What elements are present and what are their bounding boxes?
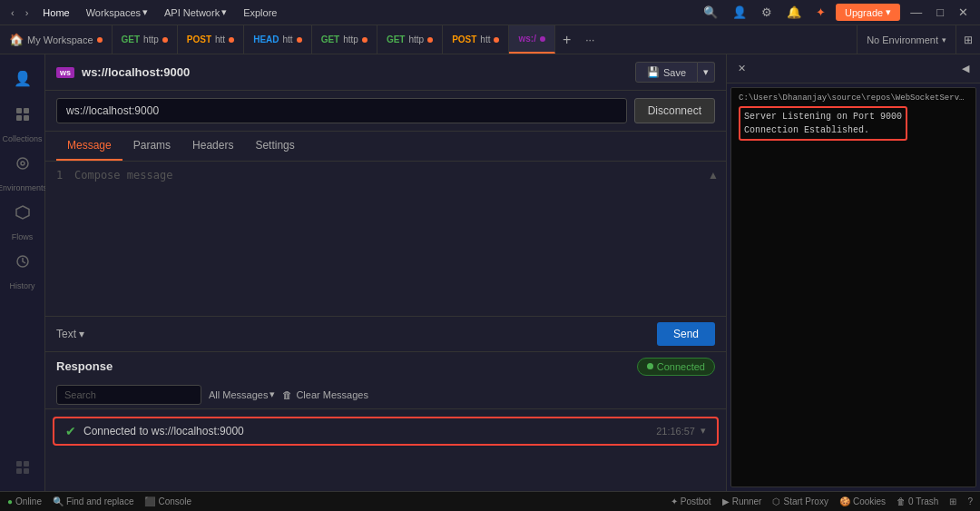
- svg-rect-8: [16, 461, 22, 467]
- environments-label: Environments: [0, 183, 47, 192]
- sidebar-icon-user[interactable]: 👤: [6, 62, 39, 94]
- status-layout[interactable]: ⊞: [949, 496, 956, 506]
- right-panel-top: ✕ ◀: [727, 54, 980, 84]
- collections-label: Collections: [2, 134, 42, 143]
- add-tab-btn[interactable]: +: [555, 25, 578, 54]
- nav-explore[interactable]: Explore: [238, 5, 282, 20]
- sidebar-icon-flows[interactable]: [6, 196, 39, 229]
- right-panel-close[interactable]: ✕: [734, 61, 750, 76]
- tab-head1[interactable]: HEAD htt: [244, 25, 311, 54]
- svg-rect-0: [16, 108, 22, 113]
- status-console[interactable]: ⬛ Console: [144, 496, 191, 506]
- save-dropdown-btn[interactable]: ▾: [698, 62, 715, 83]
- nav-home[interactable]: Home: [37, 5, 74, 20]
- sub-tabs: Message Params Headers Settings: [45, 132, 726, 162]
- status-trash[interactable]: 🗑 0 Trash: [897, 496, 938, 506]
- status-cookies[interactable]: 🍪 Cookies: [839, 496, 886, 506]
- search-input[interactable]: [56, 385, 201, 405]
- check-icon: ✔: [65, 424, 76, 438]
- status-start-proxy[interactable]: ⬡ Start Proxy: [772, 496, 828, 506]
- tab-dot: [162, 37, 168, 43]
- sidebar-icon-collections[interactable]: [6, 98, 39, 131]
- top-bar: ‹ › Home Workspaces ▾ API Network ▾ Expl…: [0, 0, 980, 25]
- disconnect-btn[interactable]: Disconnect: [634, 98, 715, 123]
- main-area: 👤 Collections Environments Flows History…: [0, 54, 980, 491]
- user-icon-btn[interactable]: 👤: [728, 4, 751, 21]
- workspace-dot: [97, 37, 103, 43]
- tab-post1[interactable]: POST htt: [178, 25, 244, 54]
- env-selector[interactable]: No Environment ▾: [857, 25, 956, 54]
- maximize-btn[interactable]: □: [932, 4, 948, 21]
- compose-textarea[interactable]: [56, 169, 715, 309]
- compose-area: 1 ▲: [45, 162, 726, 316]
- tab-dot: [427, 37, 433, 43]
- nav-workspaces[interactable]: Workspaces ▾: [81, 5, 153, 20]
- minimize-btn[interactable]: —: [906, 4, 926, 21]
- url-bar: Disconnect: [45, 91, 726, 132]
- tab-get2[interactable]: GET http: [312, 25, 377, 54]
- url-input[interactable]: [56, 98, 627, 123]
- subtab-message[interactable]: Message: [56, 132, 122, 161]
- text-type-dropdown[interactable]: Text ▾: [56, 328, 84, 340]
- right-panel-collapse[interactable]: ◀: [958, 61, 973, 76]
- nav-api-network[interactable]: API Network ▾: [159, 5, 232, 20]
- tab-dot: [229, 37, 234, 43]
- status-bar: ● Online 🔍 Find and replace ⬛ Console ✦ …: [0, 491, 980, 511]
- close-btn[interactable]: ✕: [954, 4, 973, 21]
- tabs-bar: 🏠 My Workspace GET http POST htt HEAD ht…: [0, 25, 980, 54]
- tab-get1[interactable]: GET http: [113, 25, 178, 54]
- postman-icon-btn[interactable]: ✦: [811, 4, 830, 21]
- tab-dot-purple: [540, 36, 545, 42]
- message-time: 21:16:57: [656, 426, 695, 437]
- connected-badge: Connected: [637, 358, 715, 376]
- sidebar-icon-environments[interactable]: [6, 147, 39, 180]
- subtab-settings[interactable]: Settings: [244, 132, 305, 161]
- tab-dot: [494, 37, 499, 43]
- status-online[interactable]: ● Online: [7, 496, 42, 506]
- status-runner[interactable]: ▶ Runner: [722, 496, 762, 506]
- subtab-params[interactable]: Params: [122, 132, 181, 161]
- message-text: Connected to ws://localhost:9000: [83, 425, 244, 437]
- left-sidebar: 👤 Collections Environments Flows History: [0, 54, 45, 491]
- back-btn[interactable]: ‹: [7, 5, 18, 20]
- scroll-up-icon[interactable]: ▲: [708, 169, 719, 182]
- response-title: Response: [56, 359, 113, 373]
- response-section: Response Connected All Messages ▾ 🗑 Clea…: [45, 351, 726, 492]
- svg-rect-9: [24, 461, 29, 467]
- status-help[interactable]: ?: [967, 496, 973, 506]
- upgrade-btn[interactable]: Upgrade ▾: [836, 4, 900, 21]
- terminal-highlight: Server Listening on Port 9000 Connection…: [739, 106, 907, 141]
- forward-btn[interactable]: ›: [22, 5, 33, 20]
- tab-get3[interactable]: GET http: [377, 25, 443, 54]
- svg-rect-10: [16, 468, 22, 474]
- expand-icon[interactable]: ▾: [701, 425, 706, 437]
- settings-icon-btn[interactable]: ⚙: [757, 4, 777, 21]
- clear-messages-btn[interactable]: 🗑 Clear Messages: [282, 389, 368, 400]
- message-left: ✔ Connected to ws://localhost:9000: [65, 424, 244, 438]
- status-postbot[interactable]: ✦ Postbot: [671, 496, 711, 506]
- sidebar-toggle-btn[interactable]: ⊞: [956, 25, 980, 54]
- right-panel-content: C:\Users\Dhananjay\source\repos\WebSocke…: [727, 84, 980, 491]
- terminal-path: C:\Users\Dhananjay\source\repos\WebSocke…: [739, 93, 968, 103]
- bell-icon-btn[interactable]: 🔔: [782, 4, 806, 21]
- request-title: ws ws://localhost:9000: [56, 65, 190, 79]
- send-row: Text ▾ Send: [45, 316, 726, 351]
- right-panel: ✕ ◀ C:\Users\Dhananjay\source\repos\WebS…: [726, 54, 980, 491]
- tab-dot: [362, 37, 368, 43]
- tab-workspace[interactable]: 🏠 My Workspace: [0, 25, 113, 54]
- tab-post2[interactable]: POST htt: [443, 25, 509, 54]
- save-btn[interactable]: 💾 Save: [635, 62, 698, 83]
- terminal-line-1: Server Listening on Port 9000: [744, 110, 902, 123]
- tab-ws[interactable]: ws:/: [509, 25, 554, 54]
- all-messages-btn[interactable]: All Messages ▾: [209, 388, 275, 400]
- more-tabs-btn[interactable]: ···: [578, 25, 602, 54]
- ws-badge: ws: [56, 67, 74, 78]
- sidebar-icon-grid[interactable]: [6, 451, 39, 484]
- status-find-replace[interactable]: 🔍 Find and replace: [53, 496, 134, 506]
- subtab-headers[interactable]: Headers: [181, 132, 244, 161]
- message-row: ✔ Connected to ws://localhost:9000 21:16…: [53, 417, 719, 446]
- search-icon-btn[interactable]: 🔍: [699, 4, 722, 21]
- line-number: 1: [56, 169, 63, 182]
- sidebar-icon-history[interactable]: [6, 245, 39, 278]
- send-btn[interactable]: Send: [657, 322, 715, 346]
